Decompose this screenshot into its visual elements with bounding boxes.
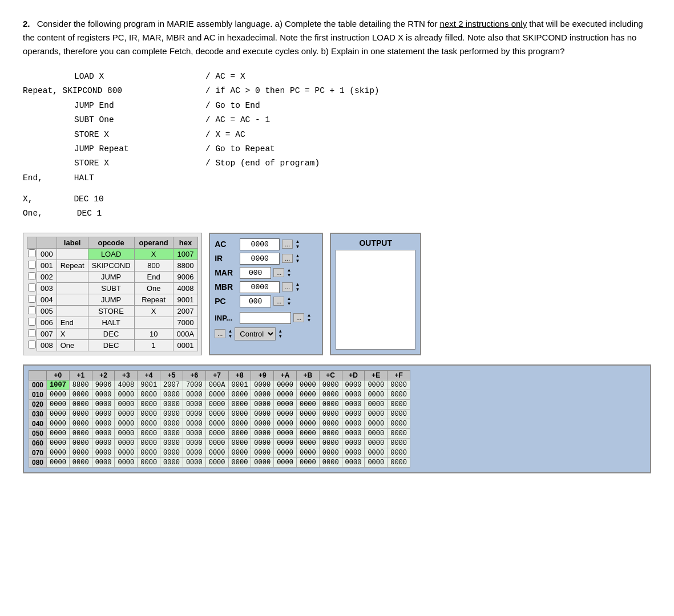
row-checkbox-0[interactable] bbox=[28, 249, 36, 257]
table-opcode-6: HALT bbox=[88, 317, 134, 328]
row-checkbox-4[interactable] bbox=[28, 295, 36, 303]
mem-cell-4-2: 0000 bbox=[92, 419, 115, 428]
col-header-hex: hex bbox=[173, 237, 197, 248]
ac-spinner[interactable]: ▲▼ bbox=[295, 239, 300, 249]
mem-cell-1-10: 0000 bbox=[274, 390, 297, 399]
mem-cell-5-14: 0000 bbox=[365, 428, 388, 438]
mem-row-addr-4: 040 bbox=[29, 419, 47, 428]
inp-input[interactable] bbox=[240, 312, 291, 324]
table-addr-3: 003 bbox=[37, 282, 57, 294]
mem-cell-1-1: 0000 bbox=[69, 390, 92, 399]
inp-ellipsis-btn[interactable]: ... bbox=[293, 313, 304, 322]
mem-cell-0-1: 8800 bbox=[69, 380, 92, 390]
mem-cell-6-8: 0000 bbox=[228, 438, 251, 448]
col-header-cb bbox=[27, 237, 37, 248]
inp-spinner[interactable]: ▲▼ bbox=[306, 313, 311, 323]
pc-input[interactable] bbox=[240, 295, 271, 307]
mem-cell-8-0: 0000 bbox=[47, 457, 70, 467]
row-checkbox-5[interactable] bbox=[28, 306, 36, 314]
mem-cell-8-5: 0000 bbox=[160, 457, 183, 467]
mem-cell-7-13: 0000 bbox=[342, 448, 365, 457]
mar-ellipsis-btn[interactable]: ... bbox=[273, 268, 284, 277]
mem-cell-5-5: 0000 bbox=[160, 428, 183, 438]
mem-cell-5-13: 0000 bbox=[342, 428, 365, 438]
mem-cell-0-9: 0000 bbox=[251, 380, 274, 390]
mem-cell-6-3: 0000 bbox=[115, 438, 138, 448]
code-line-5: JUMP Repeat bbox=[23, 142, 183, 156]
mem-cell-0-13: 0000 bbox=[342, 380, 365, 390]
mem-cell-8-2: 0000 bbox=[92, 457, 115, 467]
table-hex-8: 0001 bbox=[173, 339, 197, 351]
mem-cell-1-11: 0000 bbox=[296, 390, 319, 399]
mbr-ellipsis-btn[interactable]: ... bbox=[282, 282, 293, 291]
pc-spinner[interactable]: ▲▼ bbox=[286, 296, 291, 306]
mem-col-header-+1: +1 bbox=[69, 370, 92, 380]
row-checkbox-8[interactable] bbox=[28, 341, 36, 348]
mem-cell-8-3: 0000 bbox=[115, 457, 138, 467]
table-opcode-7: DEC bbox=[88, 328, 134, 339]
mem-cell-3-12: 0000 bbox=[319, 409, 342, 419]
table-label-8: One bbox=[56, 339, 88, 351]
ir-row: IR ... ▲▼ bbox=[215, 253, 317, 265]
table-addr-0: 000 bbox=[37, 248, 57, 260]
mbr-input[interactable] bbox=[240, 281, 280, 293]
table-opcode-2: JUMP bbox=[88, 271, 134, 282]
question-number: 2. bbox=[23, 19, 30, 29]
mem-cell-4-14: 0000 bbox=[365, 419, 388, 428]
ir-ellipsis-btn[interactable]: ... bbox=[282, 254, 293, 263]
row-checkbox-2[interactable] bbox=[28, 272, 36, 280]
table-label-1: Repeat bbox=[56, 260, 88, 271]
table-opcode-4: JUMP bbox=[88, 294, 134, 305]
row-checkbox-6[interactable] bbox=[28, 318, 36, 326]
pc-row: PC ... ▲▼ bbox=[215, 295, 317, 307]
ac-ellipsis-btn[interactable]: ... bbox=[282, 240, 293, 249]
control-spinner[interactable]: ▲▼ bbox=[228, 329, 232, 339]
ir-input[interactable] bbox=[240, 253, 280, 265]
mem-cell-5-0: 0000 bbox=[47, 428, 70, 438]
table-addr-4: 004 bbox=[37, 294, 57, 305]
ac-input[interactable] bbox=[240, 238, 280, 250]
mbr-row: MBR ... ▲▼ bbox=[215, 281, 317, 293]
table-hex-6: 7000 bbox=[173, 317, 197, 328]
mar-spinner[interactable]: ▲▼ bbox=[286, 268, 291, 278]
mem-cell-7-7: 0000 bbox=[205, 448, 228, 457]
mem-cell-1-15: 0000 bbox=[388, 390, 410, 399]
inp-label: INP... bbox=[215, 314, 237, 322]
control-ellipsis-btn[interactable]: ... bbox=[215, 329, 225, 338]
mem-cell-6-0: 0000 bbox=[47, 438, 70, 448]
mem-cell-2-0: 0000 bbox=[47, 399, 70, 409]
mem-col-header-+5: +5 bbox=[160, 370, 183, 380]
control-row: ... ▲▼ Control ▲▼ bbox=[215, 327, 317, 341]
mem-col-header-+F: +F bbox=[388, 370, 410, 380]
mem-cell-6-15: 0000 bbox=[388, 438, 410, 448]
code-line-6: STORE X bbox=[23, 156, 183, 171]
table-label-2 bbox=[56, 271, 88, 282]
row-checkbox-1[interactable] bbox=[28, 261, 36, 269]
mem-row-addr-0: 000 bbox=[29, 380, 47, 390]
pc-ellipsis-btn[interactable]: ... bbox=[273, 297, 284, 306]
mem-row-addr-6: 060 bbox=[29, 438, 47, 448]
mem-cell-7-3: 0000 bbox=[115, 448, 138, 457]
mem-cell-4-5: 0000 bbox=[160, 419, 183, 428]
table-label-5 bbox=[56, 305, 88, 317]
table-hex-4: 9001 bbox=[173, 294, 197, 305]
mem-cell-0-5: 2007 bbox=[160, 380, 183, 390]
table-opcode-0: LOAD bbox=[88, 248, 134, 260]
mem-cell-2-13: 0000 bbox=[342, 399, 365, 409]
table-operand-1: 800 bbox=[134, 260, 173, 271]
ir-spinner[interactable]: ▲▼ bbox=[295, 253, 300, 264]
row-checkbox-3[interactable] bbox=[28, 283, 36, 291]
control-select[interactable]: Control bbox=[235, 327, 276, 341]
mem-cell-5-3: 0000 bbox=[115, 428, 138, 438]
mem-cell-2-9: 0000 bbox=[251, 399, 274, 409]
mar-input[interactable] bbox=[240, 267, 271, 279]
row-checkbox-7[interactable] bbox=[28, 329, 36, 337]
mem-cell-4-15: 0000 bbox=[388, 419, 410, 428]
table-label-6: End bbox=[56, 317, 88, 328]
control-select-spinner[interactable]: ▲▼ bbox=[278, 329, 282, 339]
mem-cell-4-8: 0000 bbox=[228, 419, 251, 428]
mem-cell-7-5: 0000 bbox=[160, 448, 183, 457]
comment-4: / X = AC bbox=[205, 128, 380, 142]
mem-cell-8-8: 0000 bbox=[228, 457, 251, 467]
mbr-spinner[interactable]: ▲▼ bbox=[295, 282, 300, 292]
